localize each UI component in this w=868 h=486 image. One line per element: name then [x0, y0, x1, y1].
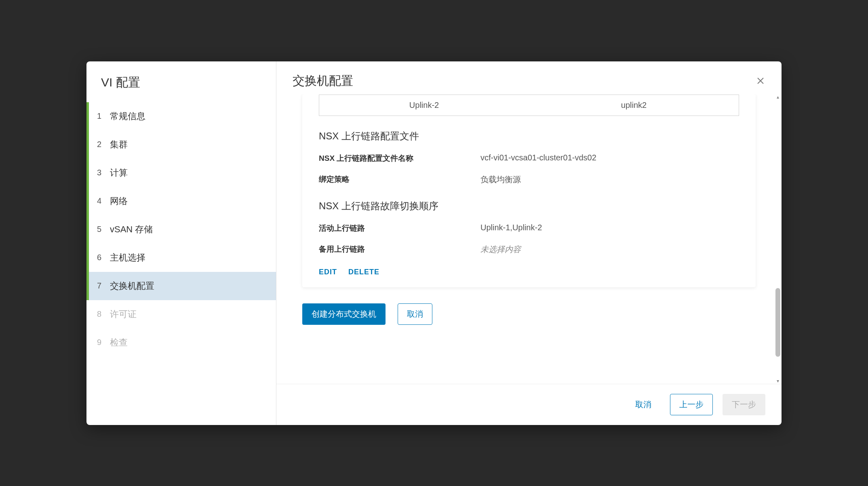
wizard-steps: 1 常规信息 2 集群 3 计算 4 网络 5 vSAN 存储 6 主机选择 — [86, 102, 276, 357]
cancel-button[interactable]: 取消 — [626, 394, 660, 415]
create-distributed-switch-button[interactable]: 创建分布式交换机 — [302, 303, 386, 325]
uplink-cell-right: uplink2 — [529, 95, 739, 116]
kv-value: 负载均衡源 — [480, 174, 521, 185]
step-label: vSAN 存储 — [110, 223, 153, 236]
kv-value: vcf-vi01-vcsa01-cluster01-vds02 — [480, 153, 596, 164]
step-number: 9 — [97, 338, 110, 347]
step-vsan-storage[interactable]: 5 vSAN 存储 — [86, 215, 276, 244]
uplink-cell-left: Uplink-2 — [319, 95, 529, 116]
step-number: 7 — [97, 281, 110, 290]
wizard-main: 交换机配置 Uplink-2 uplink2 NSX 上行链路配置文件 NSX … — [276, 61, 782, 425]
wizard-modal: VI 配置 1 常规信息 2 集群 3 计算 4 网络 5 vSAN 存储 — [86, 61, 782, 425]
step-number: 8 — [97, 309, 110, 319]
step-label: 主机选择 — [110, 252, 145, 264]
step-host-selection[interactable]: 6 主机选择 — [86, 244, 276, 272]
section-title-profile: NSX 上行链路配置文件 — [303, 128, 755, 150]
step-number: 4 — [97, 196, 110, 206]
content-scroll[interactable]: Uplink-2 uplink2 NSX 上行链路配置文件 NSX 上行链路配置… — [276, 94, 782, 384]
step-cluster[interactable]: 2 集群 — [86, 130, 276, 159]
step-number: 1 — [97, 112, 110, 121]
kv-standby-uplink: 备用上行链路 未选择内容 — [303, 241, 755, 262]
step-compute[interactable]: 3 计算 — [86, 159, 276, 187]
scroll-down-icon[interactable]: ▾ — [775, 378, 781, 384]
under-card-actions: 创建分布式交换机 取消 — [293, 287, 765, 333]
next-button: 下一步 — [723, 394, 765, 415]
step-label: 检查 — [110, 337, 128, 349]
scroll-thumb[interactable] — [775, 288, 780, 357]
step-label: 网络 — [110, 195, 128, 207]
step-general-info[interactable]: 1 常规信息 — [86, 102, 276, 130]
step-label: 常规信息 — [110, 110, 145, 122]
kv-label: 绑定策略 — [319, 174, 480, 185]
sidebar-title: VI 配置 — [86, 61, 276, 102]
page-title: 交换机配置 — [293, 73, 353, 89]
kv-active-uplink: 活动上行链路 Uplink-1,Uplink-2 — [303, 220, 755, 241]
wizard-footer: 取消 上一步 下一步 — [276, 384, 782, 425]
kv-binding-policy: 绑定策略 负载均衡源 — [303, 171, 755, 192]
step-label: 集群 — [110, 139, 128, 151]
scroll-up-icon[interactable]: ▴ — [775, 94, 781, 100]
step-number: 2 — [97, 140, 110, 149]
kv-label: 备用上行链路 — [319, 244, 480, 255]
step-label: 计算 — [110, 167, 128, 179]
edit-button[interactable]: EDIT — [319, 268, 337, 276]
wizard-sidebar: VI 配置 1 常规信息 2 集群 3 计算 4 网络 5 vSAN 存储 — [86, 61, 276, 425]
delete-button[interactable]: DELETE — [348, 268, 379, 276]
step-number: 6 — [97, 253, 110, 262]
switch-card: Uplink-2 uplink2 NSX 上行链路配置文件 NSX 上行链路配置… — [302, 94, 756, 287]
section-title-failover: NSX 上行链路故障切换顺序 — [303, 192, 755, 220]
step-review[interactable]: 9 检查 — [86, 328, 276, 357]
prev-button[interactable]: 上一步 — [670, 394, 713, 415]
kv-label: NSX 上行链路配置文件名称 — [319, 153, 480, 164]
step-number: 3 — [97, 168, 110, 177]
kv-value: Uplink-1,Uplink-2 — [480, 223, 542, 234]
kv-label: 活动上行链路 — [319, 223, 480, 234]
scrollbar[interactable]: ▴ ▾ — [775, 94, 781, 384]
uplink-mapping-row: Uplink-2 uplink2 — [319, 95, 739, 116]
close-icon[interactable] — [756, 76, 765, 86]
step-network[interactable]: 4 网络 — [86, 187, 276, 215]
step-switch-config[interactable]: 7 交换机配置 — [86, 272, 276, 300]
kv-profile-name: NSX 上行链路配置文件名称 vcf-vi01-vcsa01-cluster01… — [303, 150, 755, 171]
step-number: 5 — [97, 225, 110, 234]
step-label: 许可证 — [110, 308, 137, 320]
kv-value-placeholder: 未选择内容 — [480, 244, 521, 255]
cancel-inner-button[interactable]: 取消 — [398, 303, 432, 325]
step-label: 交换机配置 — [110, 280, 154, 292]
card-actions: EDIT DELETE — [303, 262, 755, 279]
main-header: 交换机配置 — [276, 61, 782, 94]
step-license[interactable]: 8 许可证 — [86, 300, 276, 328]
